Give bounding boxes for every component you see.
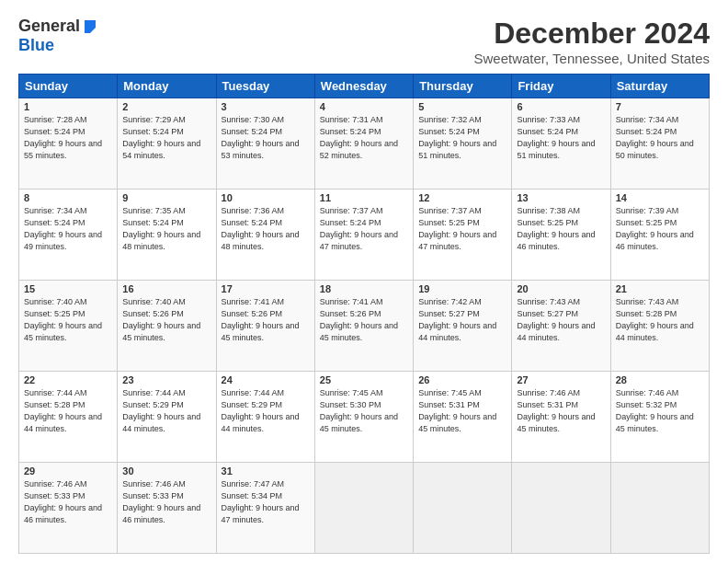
calendar-cell (314, 463, 413, 554)
day-info: Sunrise: 7:46 AM Sunset: 5:33 PM Dayligh… (24, 478, 112, 526)
calendar-cell: 10Sunrise: 7:36 AM Sunset: 5:24 PM Dayli… (216, 190, 314, 281)
calendar-cell: 30Sunrise: 7:46 AM Sunset: 5:33 PM Dayli… (118, 463, 216, 554)
day-info: Sunrise: 7:43 AM Sunset: 5:27 PM Dayligh… (517, 296, 605, 344)
calendar-cell: 21Sunrise: 7:43 AM Sunset: 5:28 PM Dayli… (610, 281, 709, 372)
day-info: Sunrise: 7:40 AM Sunset: 5:25 PM Dayligh… (24, 296, 112, 344)
day-info: Sunrise: 7:46 AM Sunset: 5:31 PM Dayligh… (517, 387, 605, 435)
day-number: 18 (320, 283, 408, 294)
day-number: 17 (222, 283, 310, 294)
calendar-cell: 1Sunrise: 7:28 AM Sunset: 5:24 PM Daylig… (19, 98, 118, 190)
calendar-cell: 3Sunrise: 7:30 AM Sunset: 5:24 PM Daylig… (216, 98, 314, 190)
logo-general: General (18, 17, 80, 36)
day-info: Sunrise: 7:31 AM Sunset: 5:24 PM Dayligh… (320, 114, 408, 162)
day-number: 4 (320, 101, 408, 112)
day-number: 20 (517, 283, 605, 294)
calendar-cell: 11Sunrise: 7:37 AM Sunset: 5:24 PM Dayli… (314, 190, 413, 281)
day-number: 22 (24, 374, 112, 385)
day-number: 15 (24, 283, 112, 294)
day-number: 28 (616, 374, 704, 385)
calendar-header-sunday: Sunday (19, 75, 118, 98)
calendar-header-row: SundayMondayTuesdayWednesdayThursdayFrid… (19, 75, 710, 98)
calendar-cell (610, 463, 709, 554)
day-number: 21 (616, 283, 704, 294)
day-number: 14 (616, 192, 704, 203)
calendar-cell: 2Sunrise: 7:29 AM Sunset: 5:24 PM Daylig… (118, 98, 216, 190)
logo-triangle (83, 18, 97, 37)
calendar-cell: 14Sunrise: 7:39 AM Sunset: 5:25 PM Dayli… (610, 190, 709, 281)
calendar-cell: 23Sunrise: 7:44 AM Sunset: 5:29 PM Dayli… (118, 372, 216, 463)
day-info: Sunrise: 7:44 AM Sunset: 5:29 PM Dayligh… (222, 387, 310, 435)
calendar-cell: 25Sunrise: 7:45 AM Sunset: 5:30 PM Dayli… (314, 372, 413, 463)
day-number: 27 (517, 374, 605, 385)
day-number: 13 (517, 192, 605, 203)
title-area: December 2024 Sweetwater, Tennessee, Uni… (473, 17, 710, 66)
day-number: 5 (418, 101, 506, 112)
calendar-cell: 20Sunrise: 7:43 AM Sunset: 5:27 PM Dayli… (512, 281, 610, 372)
calendar-week-row: 29Sunrise: 7:46 AM Sunset: 5:33 PM Dayli… (19, 463, 710, 554)
day-info: Sunrise: 7:42 AM Sunset: 5:27 PM Dayligh… (418, 296, 506, 344)
day-info: Sunrise: 7:38 AM Sunset: 5:25 PM Dayligh… (517, 205, 605, 253)
day-number: 11 (320, 192, 408, 203)
day-info: Sunrise: 7:43 AM Sunset: 5:28 PM Dayligh… (616, 296, 704, 344)
calendar-cell: 26Sunrise: 7:45 AM Sunset: 5:31 PM Dayli… (414, 372, 512, 463)
calendar-cell: 17Sunrise: 7:41 AM Sunset: 5:26 PM Dayli… (216, 281, 314, 372)
calendar-cell: 8Sunrise: 7:34 AM Sunset: 5:24 PM Daylig… (19, 190, 118, 281)
main-title: December 2024 (473, 17, 710, 51)
day-number: 24 (222, 374, 310, 385)
day-number: 30 (122, 465, 210, 477)
calendar-cell (414, 463, 512, 554)
header: General Blue December 2024 Sweetwater, T… (18, 17, 710, 66)
calendar-header-wednesday: Wednesday (314, 75, 413, 98)
day-number: 25 (320, 374, 408, 385)
calendar-cell: 28Sunrise: 7:46 AM Sunset: 5:32 PM Dayli… (610, 372, 709, 463)
day-info: Sunrise: 7:37 AM Sunset: 5:24 PM Dayligh… (320, 205, 408, 253)
calendar-cell: 31Sunrise: 7:47 AM Sunset: 5:34 PM Dayli… (216, 463, 314, 554)
calendar-week-row: 15Sunrise: 7:40 AM Sunset: 5:25 PM Dayli… (19, 281, 710, 372)
day-number: 31 (222, 465, 310, 477)
calendar-header-tuesday: Tuesday (216, 75, 314, 98)
day-number: 3 (222, 101, 310, 112)
day-info: Sunrise: 7:39 AM Sunset: 5:25 PM Dayligh… (616, 205, 704, 253)
calendar-cell: 24Sunrise: 7:44 AM Sunset: 5:29 PM Dayli… (216, 372, 314, 463)
calendar-cell (512, 463, 610, 554)
calendar-week-row: 8Sunrise: 7:34 AM Sunset: 5:24 PM Daylig… (19, 190, 710, 281)
day-info: Sunrise: 7:32 AM Sunset: 5:24 PM Dayligh… (418, 114, 506, 162)
calendar-cell: 13Sunrise: 7:38 AM Sunset: 5:25 PM Dayli… (512, 190, 610, 281)
day-info: Sunrise: 7:47 AM Sunset: 5:34 PM Dayligh… (222, 478, 310, 526)
day-number: 16 (122, 283, 210, 294)
day-number: 7 (616, 101, 704, 112)
day-info: Sunrise: 7:45 AM Sunset: 5:30 PM Dayligh… (320, 387, 408, 435)
calendar-cell: 15Sunrise: 7:40 AM Sunset: 5:25 PM Dayli… (19, 281, 118, 372)
svg-marker-0 (85, 20, 96, 33)
calendar-header-thursday: Thursday (414, 75, 512, 98)
calendar-cell: 12Sunrise: 7:37 AM Sunset: 5:25 PM Dayli… (414, 190, 512, 281)
day-info: Sunrise: 7:29 AM Sunset: 5:24 PM Dayligh… (122, 114, 210, 162)
day-info: Sunrise: 7:46 AM Sunset: 5:33 PM Dayligh… (122, 478, 210, 526)
day-info: Sunrise: 7:28 AM Sunset: 5:24 PM Dayligh… (24, 114, 112, 162)
day-info: Sunrise: 7:41 AM Sunset: 5:26 PM Dayligh… (222, 296, 310, 344)
page: General Blue December 2024 Sweetwater, T… (0, 0, 728, 563)
calendar-cell: 6Sunrise: 7:33 AM Sunset: 5:24 PM Daylig… (512, 98, 610, 190)
day-number: 23 (122, 374, 210, 385)
day-number: 10 (222, 192, 310, 203)
calendar-cell: 9Sunrise: 7:35 AM Sunset: 5:24 PM Daylig… (118, 190, 216, 281)
day-info: Sunrise: 7:37 AM Sunset: 5:25 PM Dayligh… (418, 205, 506, 253)
calendar-cell: 22Sunrise: 7:44 AM Sunset: 5:28 PM Dayli… (19, 372, 118, 463)
day-info: Sunrise: 7:45 AM Sunset: 5:31 PM Dayligh… (418, 387, 506, 435)
day-info: Sunrise: 7:36 AM Sunset: 5:24 PM Dayligh… (222, 205, 310, 253)
calendar-cell: 29Sunrise: 7:46 AM Sunset: 5:33 PM Dayli… (19, 463, 118, 554)
day-info: Sunrise: 7:44 AM Sunset: 5:29 PM Dayligh… (122, 387, 210, 435)
day-info: Sunrise: 7:41 AM Sunset: 5:26 PM Dayligh… (320, 296, 408, 344)
day-info: Sunrise: 7:30 AM Sunset: 5:24 PM Dayligh… (222, 114, 310, 162)
calendar-cell: 7Sunrise: 7:34 AM Sunset: 5:24 PM Daylig… (610, 98, 709, 190)
day-number: 6 (517, 101, 605, 112)
day-info: Sunrise: 7:35 AM Sunset: 5:24 PM Dayligh… (122, 205, 210, 253)
logo-text: General Blue (18, 17, 97, 54)
calendar-week-row: 22Sunrise: 7:44 AM Sunset: 5:28 PM Dayli… (19, 372, 710, 463)
day-info: Sunrise: 7:40 AM Sunset: 5:26 PM Dayligh… (122, 296, 210, 344)
calendar-cell: 5Sunrise: 7:32 AM Sunset: 5:24 PM Daylig… (414, 98, 512, 190)
day-info: Sunrise: 7:34 AM Sunset: 5:24 PM Dayligh… (24, 205, 112, 253)
calendar-header-friday: Friday (512, 75, 610, 98)
logo-blue: Blue (18, 37, 97, 55)
day-number: 8 (24, 192, 112, 203)
